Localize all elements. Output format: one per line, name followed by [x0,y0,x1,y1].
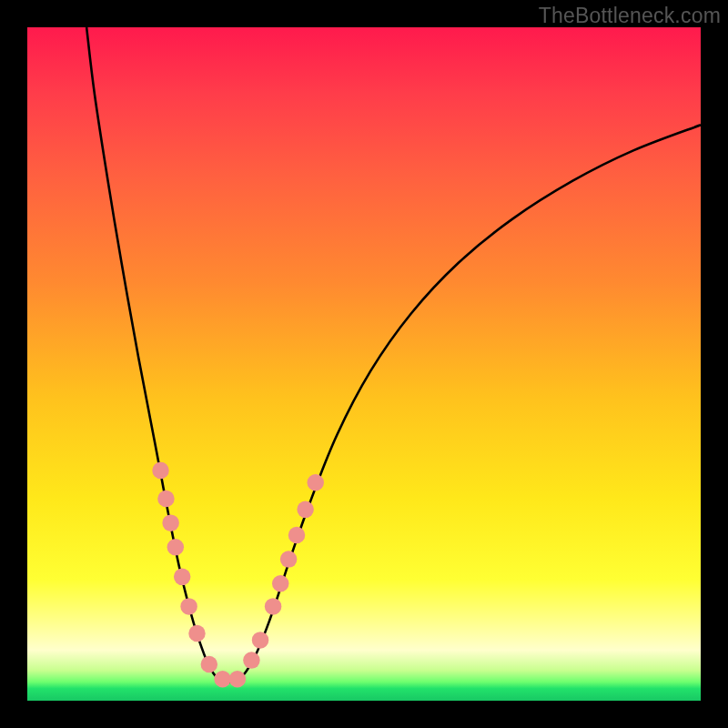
curve-marker [152,462,169,480]
chart-frame: TheBottleneck.com [0,0,728,728]
curve-marker [243,652,260,669]
curve-marker [307,474,324,491]
curve-marker [280,551,298,568]
curve-marker [288,527,306,544]
plot-area [27,27,701,701]
curve-marker [162,514,179,531]
curve-marker [167,539,185,556]
chart-svg [27,27,701,701]
watermark-label: TheBottleneck.com [539,4,721,28]
curve-marker [188,625,206,642]
curve-marker [157,490,175,508]
curve-marker [174,569,191,586]
curve-marker [252,632,269,649]
curve-markers [152,462,324,688]
curve-marker [272,575,289,592]
curve-marker [214,671,231,688]
curve-marker [265,598,282,615]
curve-marker [229,671,247,688]
curve-marker [297,501,314,519]
curve-marker [201,656,218,673]
curve-marker [180,598,197,615]
